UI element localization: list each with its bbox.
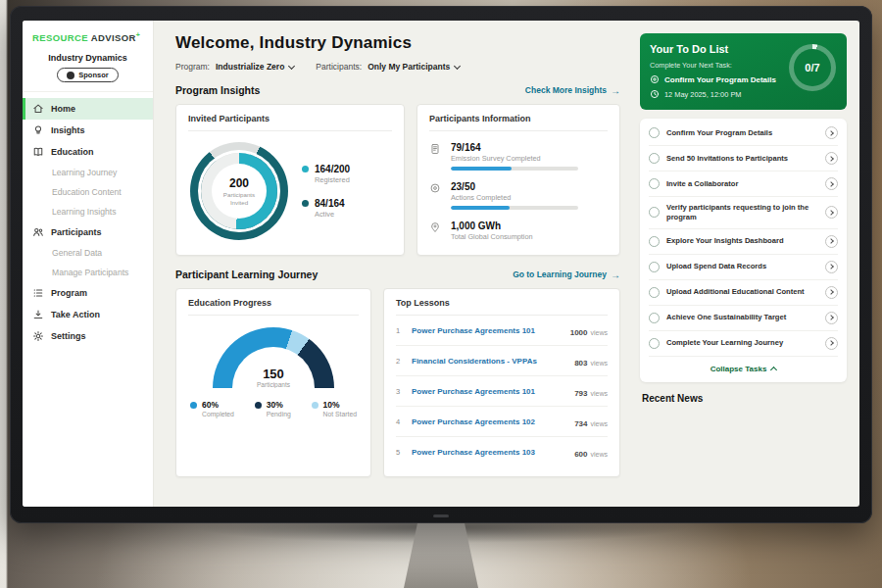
lesson-views-unit: views — [590, 451, 608, 458]
lesson-row: 4 Power Purchase Agreements 102 734views — [396, 407, 608, 437]
todo-task-row[interactable]: Upload Additional Educational Content — [649, 280, 838, 306]
sidebar-item-learning-journey[interactable]: Learning Journey — [23, 163, 153, 182]
task-checkbox[interactable] — [649, 262, 660, 272]
pending-label: Pending — [267, 411, 291, 417]
stat-label: Emission Survey Completed — [451, 154, 578, 163]
sidebar-item-settings[interactable]: Settings — [23, 325, 153, 347]
sidebar-item-education-content[interactable]: Education Content — [23, 182, 153, 202]
stat-value: 79/164 — [451, 142, 578, 153]
task-open-button[interactable] — [825, 261, 838, 273]
sidebar-item-learning-insights[interactable]: Learning Insights — [23, 202, 153, 221]
todo-task-row[interactable]: Complete Your Learning Journey — [649, 331, 838, 357]
check-more-insights-link[interactable]: Check More Insights→ — [525, 85, 620, 96]
completed-legend-dot — [190, 402, 197, 409]
task-open-button[interactable] — [825, 286, 838, 299]
task-checkbox[interactable] — [649, 153, 660, 164]
task-checkbox[interactable] — [649, 287, 660, 298]
take-action-icon — [32, 309, 44, 320]
participants-filter-label: Participants: — [316, 62, 362, 72]
task-checkbox[interactable] — [649, 127, 660, 138]
todo-next-task[interactable]: Confirm Your Program Details — [650, 74, 787, 84]
lesson-link[interactable]: Power Purchase Agreements 101 — [412, 326, 563, 335]
chevron-right-icon — [828, 340, 834, 346]
todo-task-row[interactable]: Send 50 Invitations to Participants — [649, 146, 838, 172]
go-to-learning-journey-link[interactable]: Go to Learning Journey→ — [513, 270, 620, 280]
sidebar-item-label: Manage Participants — [52, 268, 128, 277]
lesson-link[interactable]: Financial Considerations - VPPAs — [412, 357, 566, 366]
list-icon — [32, 287, 44, 299]
sidebar-item-program[interactable]: Program — [23, 282, 153, 304]
task-open-button[interactable] — [825, 126, 838, 139]
todo-task-row[interactable]: Explore Your Insights Dashboard — [649, 229, 838, 255]
book-icon — [32, 146, 44, 158]
task-checkbox[interactable] — [649, 313, 660, 323]
task-checkbox[interactable] — [649, 178, 660, 189]
sidebar-item-general-data[interactable]: General Data — [23, 243, 153, 263]
todo-progress-value: 0/7 — [794, 49, 831, 86]
sidebar-item-label: Learning Journey — [52, 168, 117, 177]
task-checkbox[interactable] — [649, 338, 660, 349]
task-open-button[interactable] — [825, 235, 838, 248]
task-open-button[interactable] — [825, 152, 838, 165]
donut-center-value: 200 — [229, 176, 249, 190]
program-insights-title: Program Insights — [175, 84, 260, 96]
bulb-icon — [32, 124, 44, 136]
arrow-right-icon: → — [611, 270, 620, 280]
education-progress-card: Education Progress 150 Participants — [175, 288, 371, 477]
sidebar-item-insights[interactable]: Insights — [23, 120, 153, 141]
sidebar-item-education[interactable]: Education — [23, 141, 153, 163]
sidebar-item-home[interactable]: Home — [23, 98, 153, 120]
todo-task-row[interactable]: Invite a Collaborator — [649, 172, 838, 197]
task-label: Verify participants requesting to join t… — [666, 203, 818, 222]
card-title: Top Lessons — [396, 298, 608, 316]
program-select[interactable]: Industrialize Zero — [216, 62, 294, 72]
lesson-link[interactable]: Power Purchase Agreements 102 — [412, 417, 566, 426]
collapse-tasks-link[interactable]: Collapse Tasks — [649, 357, 838, 382]
stat-value: 1,000 GWh — [451, 220, 533, 231]
task-open-button[interactable] — [825, 337, 838, 350]
participants-select[interactable]: Only My Participants — [368, 62, 460, 72]
chevron-up-icon — [770, 367, 777, 373]
program-filter-label: Program: — [175, 62, 210, 72]
chevron-right-icon — [828, 130, 834, 136]
chevron-right-icon — [828, 181, 834, 187]
gauge-center-label: Participants — [213, 381, 334, 388]
lesson-views-unit: views — [590, 390, 608, 397]
sidebar-item-label: Education Content — [52, 187, 122, 197]
sponsor-badge[interactable]: Sponsor — [57, 68, 118, 82]
lesson-rank: 1 — [396, 326, 404, 335]
progress-bar — [451, 206, 578, 210]
sidebar-item-manage-participants[interactable]: Manage Participants — [23, 263, 153, 282]
sponsor-badge-label: Sponsor — [78, 71, 108, 79]
sidebar-item-participants[interactable]: Participants — [23, 221, 153, 243]
task-open-button[interactable] — [825, 206, 838, 219]
app-window: RESOURCE ADVISOR+ Industry Dynamics Spon… — [23, 21, 859, 507]
task-checkbox[interactable] — [649, 207, 660, 218]
lesson-link[interactable]: Power Purchase Agreements 103 — [412, 448, 566, 457]
learning-journey-title: Participant Learning Journey — [175, 269, 318, 280]
registered-value: 164/200 — [315, 164, 350, 174]
lesson-views-value: 793 — [574, 389, 587, 398]
page-title: Welcome, Industry Dynamics — [175, 33, 620, 53]
chevron-right-icon — [828, 156, 834, 162]
todo-task-row[interactable]: Confirm Your Program Details — [649, 121, 838, 146]
power-led — [433, 514, 449, 517]
chevron-right-icon — [828, 289, 834, 295]
participants-information-card: Participants Information 79/164 Emission… — [416, 104, 620, 256]
todo-task-row[interactable]: Achieve One Sustainability Target — [649, 306, 838, 331]
not-started-legend-dot — [312, 402, 318, 409]
not-started-label: Not Started — [323, 411, 357, 417]
task-open-button[interactable] — [825, 177, 838, 190]
task-checkbox[interactable] — [649, 236, 660, 247]
sidebar-item-take-action[interactable]: Take Action — [23, 304, 153, 325]
stat-value: 23/50 — [451, 181, 578, 192]
lesson-rank: 4 — [396, 417, 404, 426]
todo-task-row[interactable]: Upload Spend Data Records — [649, 255, 838, 280]
todo-task-row[interactable]: Verify participants requesting to join t… — [649, 197, 838, 229]
active-label: Active — [315, 210, 345, 219]
brand-logo: RESOURCE ADVISOR+ — [23, 21, 153, 51]
task-open-button[interactable] — [825, 312, 838, 324]
top-lessons-card: Top Lessons 1 Power Purchase Agreements … — [383, 288, 620, 477]
lesson-link[interactable]: Power Purchase Agreements 101 — [412, 387, 566, 396]
sidebar-item-label: Program — [51, 288, 87, 298]
